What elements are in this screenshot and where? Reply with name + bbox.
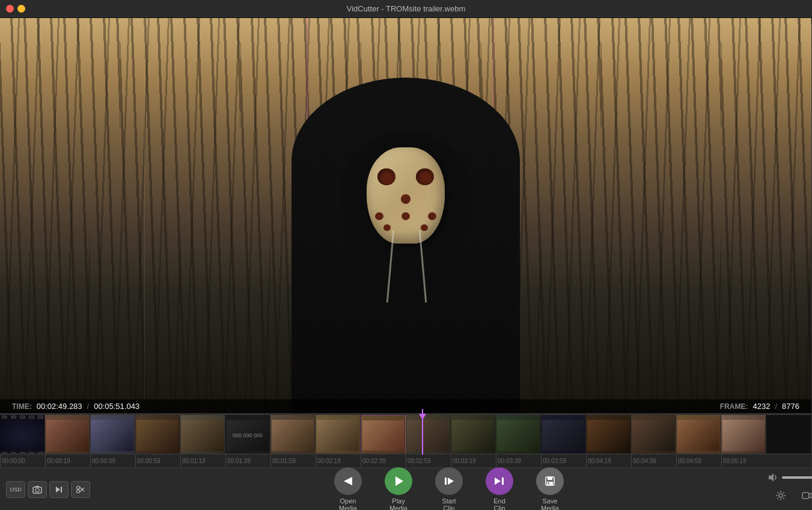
svg-rect-25 — [802, 493, 809, 499]
frame-current: 4232 — [753, 402, 771, 411]
film-frame — [270, 415, 316, 455]
scissors-icon — [76, 485, 85, 494]
play-media-label: PlayMedia — [389, 497, 408, 511]
screenshot-button[interactable] — [28, 481, 47, 498]
start-clip-icon — [443, 475, 455, 487]
ruler-mark-13: 00:04:19 — [586, 455, 631, 467]
svg-rect-17 — [547, 482, 553, 485]
ruler-mark-16: 00:05:19 — [721, 455, 766, 467]
svg-marker-10 — [395, 476, 403, 486]
film-frame — [90, 415, 135, 455]
camera-record-button[interactable] — [798, 487, 812, 505]
minimize-button[interactable] — [17, 5, 25, 13]
osd-button[interactable]: OSD — [6, 481, 25, 498]
window-title: VidCutter - TROMsite trailer.webm — [347, 4, 465, 13]
start-clip-button[interactable]: StartClip — [425, 464, 473, 511]
open-media-icon — [341, 475, 355, 488]
ruler-mark-0: 00:00:00 — [0, 455, 45, 467]
end-clip-button[interactable]: EndClip — [475, 464, 524, 511]
svg-rect-4 — [61, 487, 62, 493]
volume-row — [768, 472, 812, 483]
ruler-mark-3: 00:00:59 — [135, 455, 180, 467]
svg-rect-18 — [548, 482, 549, 484]
film-frame — [676, 415, 721, 455]
film-frame — [316, 415, 361, 455]
ruler-mark-4: 00:01:19 — [180, 455, 225, 467]
play-media-button[interactable]: PlayMedia — [374, 464, 423, 511]
time-info-bar: TIME: 00:02:49.283 / 00:05:51.043 FRAME:… — [0, 399, 811, 413]
filmstrip-container[interactable]: 000 000 000 — [0, 414, 811, 455]
save-media-icon — [544, 475, 556, 487]
film-frame — [135, 415, 180, 455]
scissors-button[interactable] — [71, 481, 90, 498]
skip-end-icon — [55, 485, 63, 494]
frame-label: FRAME: — [720, 402, 748, 411]
svg-marker-9 — [344, 477, 352, 485]
play-icon — [392, 475, 404, 487]
left-panel: TIME: 00:02:49.283 / 00:05:51.043 FRAME:… — [0, 18, 811, 510]
open-media-label: OpenMedia — [339, 497, 357, 511]
skip-end-button[interactable] — [49, 481, 69, 498]
svg-point-6 — [77, 490, 80, 493]
save-media-button[interactable]: SaveMedia — [526, 464, 574, 511]
video-display: TIME: 00:02:49.283 / 00:05:51.043 FRAME:… — [0, 18, 811, 413]
start-clip-label: StartClip — [442, 497, 456, 511]
film-frame — [541, 415, 586, 455]
film-frame — [766, 415, 811, 455]
film-frame-eye — [721, 415, 766, 455]
film-frame: 000 000 000 — [225, 415, 270, 455]
settings-button[interactable] — [772, 487, 790, 505]
svg-point-1 — [35, 488, 39, 492]
end-clip-icon — [493, 475, 505, 487]
ruler-mark-6: 00:01:59 — [270, 455, 316, 467]
svg-rect-2 — [35, 486, 39, 487]
time-display: TIME: 00:02:49.283 / 00:05:51.043 — [12, 402, 139, 411]
time-current: 00:02:49.283 — [37, 402, 82, 411]
svg-marker-3 — [56, 487, 60, 493]
volume-icon — [768, 472, 778, 483]
bottom-right-controls: i — [763, 470, 812, 507]
frame-total: 8776 — [782, 402, 799, 411]
film-frame — [631, 415, 676, 455]
time-total: 00:05:51.043 — [94, 402, 139, 411]
film-frame — [180, 415, 225, 455]
film-frame — [406, 415, 451, 455]
film-frame — [496, 415, 541, 455]
video-canvas — [0, 18, 811, 413]
timeline-section: 000 000 000 — [0, 413, 811, 510]
svg-rect-16 — [548, 477, 552, 480]
svg-rect-14 — [502, 478, 504, 485]
bottom-icons-row: i — [768, 487, 812, 505]
svg-line-7 — [80, 487, 85, 491]
svg-point-5 — [77, 486, 80, 489]
svg-rect-11 — [445, 478, 447, 485]
time-label: TIME: — [12, 402, 32, 411]
save-media-label: SaveMedia — [541, 497, 559, 511]
open-media-button[interactable]: OpenMedia — [324, 464, 372, 511]
titlebar: VidCutter - TROMsite trailer.webm — [0, 0, 812, 18]
svg-marker-12 — [448, 478, 454, 485]
main-container: TIME: 00:02:49.283 / 00:05:51.043 FRAME:… — [0, 18, 812, 510]
gear-icon — [775, 490, 786, 501]
svg-marker-13 — [495, 478, 501, 485]
ruler-mark-2: 00:00:39 — [90, 455, 135, 467]
camera-icon — [32, 485, 42, 494]
svg-marker-19 — [769, 473, 774, 482]
close-button[interactable] — [6, 5, 14, 13]
filmstrip[interactable]: 000 000 000 — [0, 414, 811, 455]
ruler-mark-1: 00:00:19 — [45, 455, 90, 467]
film-frame — [45, 415, 90, 455]
ruler-mark-5: 00:01:39 — [225, 455, 270, 467]
osd-label: OSD — [10, 487, 22, 493]
frame-display: FRAME: 4232 / 8776 — [720, 402, 799, 411]
film-frame — [451, 415, 496, 455]
film-frame — [586, 415, 631, 455]
ruler-mark-15: 00:04:59 — [676, 455, 721, 467]
ruler-mark-14: 00:04:39 — [631, 455, 676, 467]
controls-bar: OSD — [0, 468, 811, 510]
end-clip-label: EndClip — [493, 497, 505, 511]
svg-marker-26 — [809, 493, 812, 498]
video-camera-icon — [802, 490, 812, 501]
window-controls — [6, 5, 25, 13]
volume-slider[interactable] — [782, 476, 812, 479]
